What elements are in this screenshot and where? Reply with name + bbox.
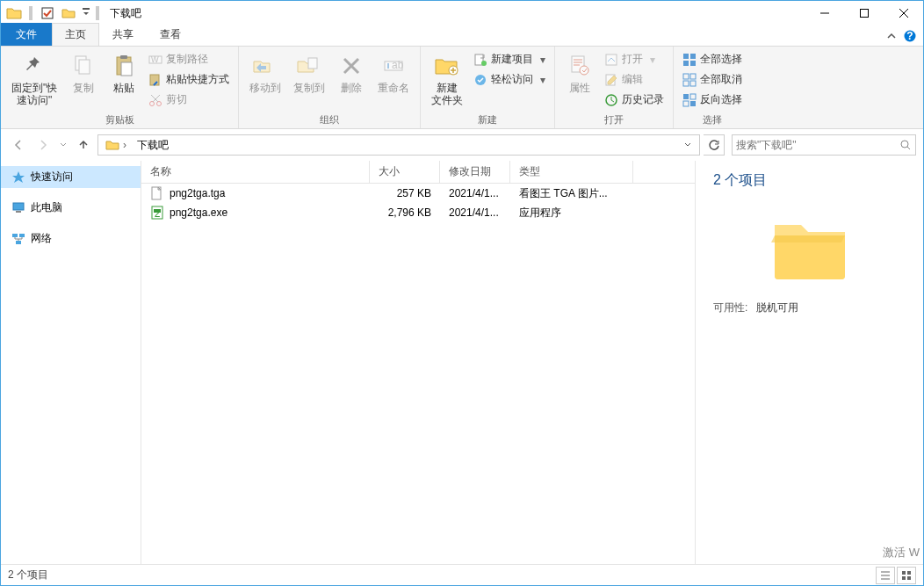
svg-rect-53	[907, 576, 911, 580]
new-folder-icon	[433, 52, 461, 80]
back-button[interactable]	[8, 134, 29, 156]
breadcrumb-root[interactable]: ›	[100, 139, 132, 151]
svg-rect-31	[690, 61, 696, 66]
address-dropdown[interactable]	[678, 135, 697, 155]
pc-icon	[11, 201, 25, 215]
paste-button[interactable]: 粘贴	[105, 50, 143, 96]
quick-access-toolbar	[4, 4, 92, 23]
invert-icon	[682, 93, 697, 107]
svg-rect-0	[42, 8, 53, 18]
select-all-button[interactable]: 全部选择	[679, 50, 746, 69]
history-button[interactable]: 历史记录	[601, 90, 668, 109]
col-type[interactable]: 类型	[510, 161, 633, 183]
delete-button[interactable]: 删除	[332, 50, 371, 96]
svg-rect-32	[683, 74, 689, 79]
group-label: 组织	[320, 112, 339, 127]
collapse-ribbon-icon[interactable]	[886, 31, 897, 41]
ribbon: 固定到"快 速访问" 复制 粘贴 w复制路径 粘贴快捷方式 剪切 剪贴板 移动到	[1, 47, 923, 129]
tab-view[interactable]: 查看	[147, 23, 194, 46]
svg-rect-6	[79, 60, 90, 74]
tab-home[interactable]: 主页	[52, 23, 99, 46]
svg-rect-8	[120, 55, 127, 59]
sidebar: 快速访问 此电脑 网络	[1, 161, 141, 564]
edit-button[interactable]: 编辑	[601, 70, 668, 89]
sidebar-item-quick-access[interactable]: 快速访问	[1, 166, 141, 188]
paste-icon	[110, 52, 138, 80]
new-folder-button[interactable]: 新建 文件夹	[426, 50, 468, 108]
select-all-icon	[682, 53, 697, 67]
sidebar-item-network[interactable]: 网络	[1, 228, 141, 250]
folder-icon	[4, 4, 24, 23]
svg-rect-45	[16, 241, 21, 244]
table-row[interactable]: 2png2tga.exe 2,796 KB 2021/4/1... 应用程序	[141, 203, 695, 222]
tab-file[interactable]: 文件	[1, 23, 52, 46]
refresh-button[interactable]	[704, 134, 725, 156]
table-row[interactable]: png2tga.tga 257 KB 2021/4/1... 看图王 TGA 图…	[141, 184, 695, 203]
svg-rect-28	[683, 54, 689, 59]
svg-rect-42	[16, 211, 21, 213]
move-to-button[interactable]: 移动到	[244, 50, 286, 96]
group-label: 剪贴板	[105, 112, 134, 127]
view-details-button[interactable]	[876, 567, 895, 584]
col-name[interactable]: 名称	[141, 161, 370, 183]
tab-share[interactable]: 共享	[99, 23, 147, 46]
view-icons-button[interactable]	[897, 567, 916, 584]
invert-selection-button[interactable]: 反向选择	[679, 90, 746, 109]
svg-rect-36	[683, 94, 689, 99]
move-icon	[251, 52, 279, 80]
svg-rect-17	[387, 63, 389, 69]
cut-button[interactable]: 剪切	[145, 90, 233, 109]
new-item-button[interactable]: 新建项目▾	[470, 50, 549, 69]
file-name: png2tga.exe	[170, 206, 227, 219]
open-button[interactable]: 打开▾	[601, 50, 668, 69]
file-size: 2,796 KB	[370, 206, 440, 219]
easy-access-icon	[473, 73, 487, 87]
svg-rect-29	[690, 54, 696, 59]
col-size[interactable]: 大小	[370, 161, 440, 183]
preview-pane: 2 个项目 可用性: 脱机可用	[695, 161, 923, 564]
body: 快速访问 此电脑 网络 名称 大小 修改日期 类型 png2tga.tga 25…	[1, 161, 923, 564]
address-bar[interactable]: › 下载吧	[97, 134, 700, 156]
file-size: 257 KB	[370, 187, 440, 199]
forward-button[interactable]	[32, 134, 54, 156]
col-date[interactable]: 修改日期	[440, 161, 510, 183]
svg-rect-9	[121, 62, 132, 76]
svg-rect-33	[690, 74, 696, 79]
dropdown-icon[interactable]	[80, 4, 92, 23]
checkbox-icon[interactable]	[38, 4, 57, 23]
svg-point-40	[901, 141, 908, 148]
svg-point-21	[481, 61, 487, 66]
search-input[interactable]: 搜索"下载吧"	[732, 134, 916, 156]
up-button[interactable]	[73, 134, 94, 156]
recent-button[interactable]	[57, 134, 69, 156]
maximize-button[interactable]	[844, 1, 884, 25]
titlebar: 下载吧	[1, 1, 923, 25]
ribbon-tabs: 文件 主页 共享 查看 ?	[1, 25, 923, 47]
close-button[interactable]	[884, 1, 923, 25]
svg-rect-50	[902, 571, 906, 575]
folder-small-icon[interactable]	[59, 4, 78, 23]
file-icon	[150, 186, 164, 200]
minimize-button[interactable]	[805, 1, 844, 25]
breadcrumb-segment[interactable]: 下载吧	[132, 138, 174, 153]
sidebar-item-label: 此电脑	[31, 200, 62, 215]
delete-icon	[337, 52, 365, 80]
svg-rect-30	[683, 61, 689, 66]
easy-access-button[interactable]: 轻松访问▾	[470, 70, 549, 89]
navbar: › 下载吧 搜索"下载吧"	[1, 129, 923, 161]
copy-path-button[interactable]: w复制路径	[145, 50, 233, 69]
rename-button[interactable]: ab 重命名	[372, 50, 415, 96]
edit-icon	[604, 73, 618, 87]
svg-rect-25	[606, 54, 617, 65]
sidebar-item-this-pc[interactable]: 此电脑	[1, 197, 141, 219]
copy-button[interactable]: 复制	[64, 50, 103, 96]
copy-to-button[interactable]: 复制到	[288, 50, 330, 96]
select-none-button[interactable]: 全部取消	[679, 70, 746, 89]
pin-button[interactable]: 固定到"快 速访问"	[6, 50, 62, 108]
help-icon[interactable]: ?	[904, 30, 916, 42]
svg-text:w: w	[150, 53, 159, 65]
properties-button[interactable]: 属性	[560, 50, 599, 96]
window-title: 下载吧	[110, 6, 141, 21]
paste-shortcut-button[interactable]: 粘贴快捷方式	[145, 70, 233, 89]
svg-rect-43	[12, 234, 18, 237]
